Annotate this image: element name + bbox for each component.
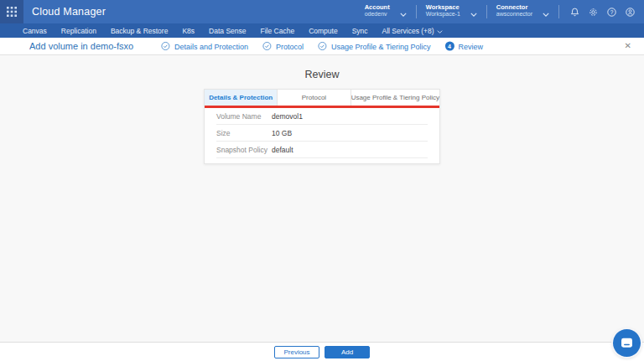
step-label: Protocol [276,42,304,50]
tab-details-protection[interactable]: Details & Protection [205,90,278,106]
review-card: Details & Protection Protocol Usage Prof… [204,89,440,164]
connector-label: Connector [496,3,532,11]
previous-button[interactable]: Previous [274,346,319,358]
bell-icon[interactable] [569,7,580,18]
wizard-title: Add volume in demo-fsxo [29,41,133,51]
nav-item-label: All Services (+8) [382,27,434,35]
page-title: Review [0,55,644,80]
nav-item-canvas[interactable]: Canvas [23,27,47,35]
chevron-down-icon [543,5,549,20]
main-nav: Canvas Replication Backup & Restore K8s … [0,23,644,38]
workspace-label: Workspace [426,3,460,11]
chevron-down-icon [437,27,443,35]
help-icon[interactable]: ? [606,7,617,18]
app-title: Cloud Manager [32,6,106,18]
nav-item-compute[interactable]: Compute [309,27,338,35]
nav-item-sync[interactable]: Sync [352,27,368,35]
table-row: Volume Name demovol1 [216,108,428,125]
step-label: Usage Profile & Tiering Policy [331,42,431,50]
chat-bubble-icon [619,335,635,351]
row-label: Size [216,129,272,137]
row-value: default [272,146,293,154]
tab-usage-profile[interactable]: Usage Profile & Tiering Policy [351,90,439,106]
workspace-value: Workspace-1 [426,11,460,18]
close-icon[interactable]: ✕ [625,42,631,50]
account-selector[interactable]: Account odedenv [356,3,416,20]
header-right: Account odedenv Workspace Workspace-1 Co… [356,0,644,23]
connector-value: awsconnector [496,11,532,18]
chevron-down-icon [400,5,407,20]
review-tabs: Details & Protection Protocol Usage Prof… [205,90,439,106]
nav-item-replication[interactable]: Replication [61,27,96,35]
row-label: Snapshot Policy [216,146,272,154]
account-value: odedenv [365,11,390,18]
check-circle-icon [262,42,272,51]
add-button[interactable]: Add [325,346,370,358]
step-label: Details and Protection [174,42,248,50]
wizard-header: Add volume in demo-fsxo Details and Prot… [0,38,644,55]
chat-launcher-button[interactable] [613,329,641,357]
header-icons: ? [559,7,644,18]
account-label: Account [365,3,390,11]
workspace-selector[interactable]: Workspace Workspace-1 [417,3,486,20]
row-label: Volume Name [216,112,272,121]
review-rows: Volume Name demovol1 Size 10 GB Snapshot… [205,108,439,163]
step-protocol[interactable]: Protocol [262,42,304,51]
main-content: Review Details & Protection Protocol Usa… [0,55,644,164]
app-grid-icon [7,7,17,17]
step-details-and-protection[interactable]: Details and Protection [161,42,248,51]
chevron-down-icon [470,5,477,20]
nav-item-file-cache[interactable]: File Cache [260,27,294,35]
check-circle-icon [318,42,327,51]
nav-item-k8s[interactable]: K8s [182,27,195,35]
check-circle-icon [161,42,170,51]
step-label: Review [459,42,484,50]
top-header: Cloud Manager Account odedenv Workspace … [0,0,644,23]
table-row: Snapshot Policy default [216,142,428,158]
svg-text:?: ? [610,8,614,14]
user-icon[interactable] [625,7,636,18]
table-row: Size 10 GB [216,125,428,142]
app-grid-button[interactable] [0,0,23,23]
nav-item-data-sense[interactable]: Data Sense [209,27,246,35]
step-usage-profile[interactable]: Usage Profile & Tiering Policy [318,42,431,51]
wizard-footer: Previous Add [0,342,644,361]
gear-icon[interactable] [588,7,599,18]
nav-item-all-services[interactable]: All Services (+8) [382,27,443,35]
connector-selector[interactable]: Connector awsconnector [487,3,558,20]
step-review[interactable]: 4 Review [445,42,484,51]
nav-item-backup-restore[interactable]: Backup & Restore [111,27,169,35]
tab-protocol[interactable]: Protocol [278,90,351,106]
wizard-steps: Details and Protection Protocol Usage Pr… [161,42,483,51]
row-value: demovol1 [272,112,303,121]
step-number-badge: 4 [445,42,454,51]
row-value: 10 GB [272,129,292,137]
